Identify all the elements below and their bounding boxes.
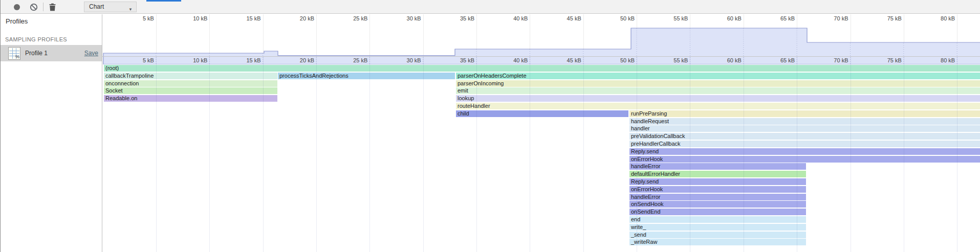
gridline: [690, 56, 690, 252]
flame-bar-lookup[interactable]: lookup: [456, 95, 980, 102]
flame-bar-onerrorhook[interactable]: onErrorHook: [629, 156, 980, 163]
flame-bar-child[interactable]: child: [456, 110, 628, 117]
flame-bar-reply-send[interactable]: Reply.send: [629, 178, 806, 185]
flame-chart-canvas: (root)callbackTrampolineprocessTicksAndR…: [102, 14, 980, 252]
flame-bar-send[interactable]: _send: [629, 232, 806, 238]
flame-bar-handleerror[interactable]: handleError: [629, 194, 806, 200]
flame-bar-onsendhook[interactable]: onSendHook: [629, 201, 806, 208]
gridline: [316, 56, 317, 252]
active-tab-indicator: [146, 0, 181, 2]
flame-bar-emit[interactable]: emit: [456, 87, 980, 94]
flame-chart-pane: 5 kB10 kB15 kB20 kB25 kB30 kB35 kB40 kB4…: [102, 14, 980, 252]
toolbar-divider: [43, 3, 43, 11]
sidebar-item-profile-1[interactable]: % Profile 1 Save: [1, 45, 102, 61]
gridline: [797, 56, 797, 252]
flame-bar-prevalidationcallback[interactable]: preValidationCallback: [629, 133, 980, 140]
flame-bar-onerrorhook[interactable]: onErrorHook: [629, 186, 806, 193]
flame-bar-handleerror[interactable]: handleError: [629, 163, 806, 170]
gridline: [851, 56, 851, 252]
flame-bar-reply-send[interactable]: Reply.send: [629, 148, 980, 155]
flame-bar-readable-on[interactable]: Readable.on: [104, 95, 277, 102]
flame-bar-socket[interactable]: Socket: [104, 87, 277, 94]
flame-bar-write[interactable]: write_: [629, 224, 806, 231]
view-mode-value: Chart: [89, 3, 104, 10]
flame-bar-runpreparsing[interactable]: runPreParsing: [629, 110, 980, 117]
gridline: [263, 56, 264, 252]
gridline: [583, 56, 584, 252]
profile-name: Profile 1: [25, 50, 48, 57]
flame-bar-handlerequest[interactable]: handleRequest: [629, 118, 980, 125]
flame-bar-prehandlercallback[interactable]: preHandlerCallback: [629, 141, 980, 147]
flame-bar-writeraw[interactable]: _writeRaw: [629, 239, 806, 245]
clear-icon[interactable]: [30, 3, 38, 11]
flame-bar-routehandler[interactable]: routeHandler: [456, 103, 980, 109]
gridline: [957, 56, 957, 252]
flame-bar-parseronheaderscomplete[interactable]: parserOnHeadersComplete: [456, 73, 980, 79]
gridline: [476, 56, 477, 252]
flame-bar-callbacktrampoline[interactable]: callbackTrampoline: [104, 73, 277, 79]
flame-bar-onconnection[interactable]: onconnection: [104, 80, 277, 87]
profile-grid-icon: %: [8, 47, 20, 60]
flame-bar-end[interactable]: end: [629, 216, 806, 223]
gridline: [156, 56, 157, 252]
gridline: [209, 56, 210, 252]
gridline: [369, 56, 370, 252]
gridline: [423, 56, 424, 252]
flame-bar-onsendend[interactable]: onSendEnd: [629, 209, 806, 215]
record-button[interactable]: [14, 4, 20, 10]
sidebar-title: Profiles: [6, 17, 28, 25]
sampling-profiles-section-label: SAMPLING PROFILES: [5, 36, 67, 42]
flame-bar-parseronincoming[interactable]: parserOnIncoming: [456, 80, 980, 87]
flame-bar-handler[interactable]: handler: [629, 125, 980, 132]
gridline: [530, 56, 530, 252]
profiler-toolbar: Chart ▼: [1, 0, 980, 14]
profiles-sidebar: Profiles SAMPLING PROFILES % Profile 1 S…: [1, 14, 102, 252]
save-profile-link[interactable]: Save: [84, 50, 98, 57]
chevron-down-icon: ▼: [128, 5, 133, 14]
gridline: [637, 56, 637, 252]
memory-profiler-panel: Chart ▼ Profiles SAMPLING PROFILES % Pro…: [0, 0, 980, 252]
flame-bar-processticksandrejections[interactable]: processTicksAndRejections: [278, 73, 455, 79]
view-mode-select[interactable]: Chart ▼: [84, 2, 137, 12]
flame-bar-root[interactable]: (root): [104, 65, 980, 72]
gridline: [744, 56, 744, 252]
delete-profile-button[interactable]: [49, 3, 56, 11]
flame-bar-defaulterrorhandler[interactable]: defaultErrorHandler: [629, 171, 806, 177]
gridline: [904, 56, 904, 252]
